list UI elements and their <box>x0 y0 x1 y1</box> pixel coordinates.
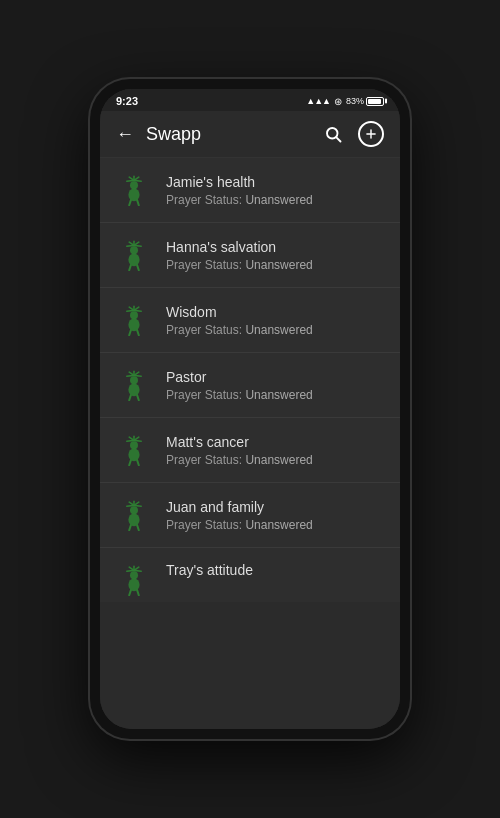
item-title: Hanna's salvation <box>166 239 313 255</box>
prayer-icon <box>116 302 152 338</box>
item-subtitle: Prayer Status: Unanswered <box>166 518 313 532</box>
svg-line-29 <box>129 330 131 335</box>
svg-line-38 <box>129 395 131 400</box>
wifi-icon: ⊛ <box>334 96 342 107</box>
item-subtitle: Prayer Status: Unanswered <box>166 453 313 467</box>
svg-line-9 <box>127 180 134 181</box>
app-bar: ← Swapp <box>100 111 400 158</box>
svg-line-37 <box>134 375 141 376</box>
item-content: Juan and family Prayer Status: Unanswere… <box>166 499 313 532</box>
item-content: Matt's cancer Prayer Status: Unanswered <box>166 434 313 467</box>
item-content: Wisdom Prayer Status: Unanswered <box>166 304 313 337</box>
svg-line-10 <box>134 180 141 181</box>
item-title: Wisdom <box>166 304 313 320</box>
svg-point-4 <box>128 188 139 201</box>
battery-percentage: 83% <box>346 96 364 106</box>
svg-line-19 <box>134 245 141 246</box>
prayer-icon <box>116 172 152 208</box>
svg-line-54 <box>127 505 134 506</box>
item-title: Tray's attitude <box>166 562 253 578</box>
battery-indicator: 83% <box>346 96 384 106</box>
svg-point-23 <box>130 311 138 319</box>
item-content: Jamie's health Prayer Status: Unanswered <box>166 174 313 207</box>
svg-line-11 <box>129 200 131 205</box>
prayer-icon <box>116 237 152 273</box>
svg-point-59 <box>130 571 138 579</box>
status-bar: 9:23 ▲▲▲ ⊛ 83% <box>100 89 400 111</box>
list-item[interactable]: Tray's attitude <box>100 548 400 602</box>
status-icons: ▲▲▲ ⊛ 83% <box>306 96 384 107</box>
svg-point-32 <box>130 376 138 384</box>
battery-icon <box>366 97 384 106</box>
svg-line-65 <box>129 590 131 595</box>
svg-point-49 <box>128 513 139 526</box>
back-button[interactable]: ← <box>116 125 134 143</box>
item-subtitle: Prayer Status: Unanswered <box>166 193 313 207</box>
svg-line-20 <box>129 265 131 270</box>
app-bar-actions <box>320 121 384 147</box>
prayer-icon <box>116 432 152 468</box>
svg-line-28 <box>134 310 141 311</box>
svg-line-47 <box>129 460 131 465</box>
prayer-icon <box>116 367 152 403</box>
item-title: Matt's cancer <box>166 434 313 450</box>
list-item[interactable]: Juan and family Prayer Status: Unanswere… <box>100 483 400 548</box>
prayer-list: Jamie's health Prayer Status: Unanswered… <box>100 158 400 729</box>
signal-icon: ▲▲▲ <box>306 96 330 106</box>
svg-point-14 <box>130 246 138 254</box>
svg-line-45 <box>127 440 134 441</box>
svg-point-50 <box>130 506 138 514</box>
svg-line-64 <box>134 570 141 571</box>
svg-line-36 <box>127 375 134 376</box>
svg-line-48 <box>137 460 139 465</box>
item-subtitle: Prayer Status: Unanswered <box>166 258 313 272</box>
svg-line-66 <box>137 590 139 595</box>
svg-line-30 <box>137 330 139 335</box>
svg-line-56 <box>129 525 131 530</box>
svg-line-12 <box>137 200 139 205</box>
svg-line-18 <box>127 245 134 246</box>
add-button[interactable] <box>358 121 384 147</box>
phone-screen: 9:23 ▲▲▲ ⊛ 83% ← Swapp <box>100 89 400 729</box>
prayer-icon <box>116 497 152 533</box>
svg-line-63 <box>127 570 134 571</box>
svg-point-13 <box>128 253 139 266</box>
item-title: Pastor <box>166 369 313 385</box>
app-title: Swapp <box>146 124 308 145</box>
item-subtitle: Prayer Status: Unanswered <box>166 323 313 337</box>
search-button[interactable] <box>320 121 346 147</box>
list-item[interactable]: Matt's cancer Prayer Status: Unanswered <box>100 418 400 483</box>
item-content: Pastor Prayer Status: Unanswered <box>166 369 313 402</box>
svg-line-55 <box>134 505 141 506</box>
svg-point-31 <box>128 383 139 396</box>
svg-line-46 <box>134 440 141 441</box>
list-item[interactable]: Jamie's health Prayer Status: Unanswered <box>100 158 400 223</box>
list-item[interactable]: Hanna's salvation Prayer Status: Unanswe… <box>100 223 400 288</box>
item-title: Juan and family <box>166 499 313 515</box>
svg-line-1 <box>336 137 340 141</box>
item-content: Tray's attitude <box>166 562 253 578</box>
prayer-icon <box>116 562 152 598</box>
svg-point-40 <box>128 448 139 461</box>
svg-line-27 <box>127 310 134 311</box>
phone-frame: 9:23 ▲▲▲ ⊛ 83% ← Swapp <box>90 79 410 739</box>
item-content: Hanna's salvation Prayer Status: Unanswe… <box>166 239 313 272</box>
list-item[interactable]: Pastor Prayer Status: Unanswered <box>100 353 400 418</box>
svg-line-21 <box>137 265 139 270</box>
list-item[interactable]: Wisdom Prayer Status: Unanswered <box>100 288 400 353</box>
item-title: Jamie's health <box>166 174 313 190</box>
status-time: 9:23 <box>116 95 138 107</box>
svg-point-5 <box>130 181 138 189</box>
svg-line-39 <box>137 395 139 400</box>
item-subtitle: Prayer Status: Unanswered <box>166 388 313 402</box>
svg-point-22 <box>128 318 139 331</box>
svg-point-41 <box>130 441 138 449</box>
svg-line-57 <box>137 525 139 530</box>
svg-point-58 <box>128 578 139 591</box>
